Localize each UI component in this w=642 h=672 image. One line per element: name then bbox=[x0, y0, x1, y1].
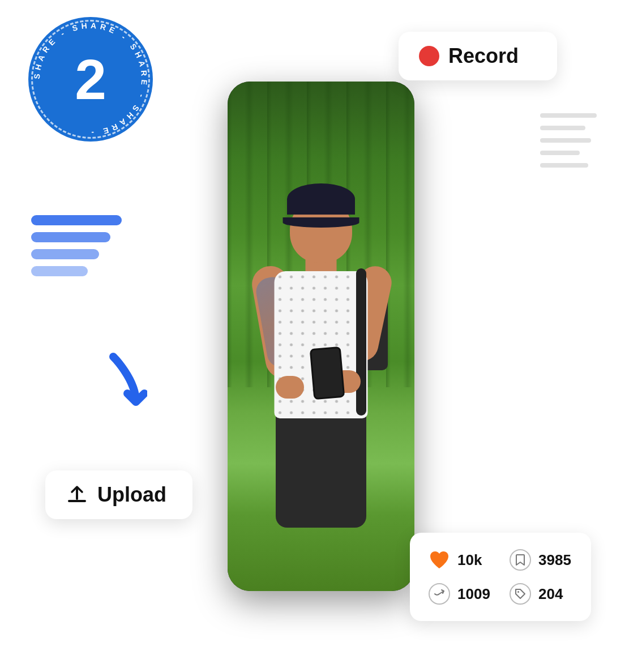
scene: SHARE - SHARE - SHARE - SHARE - 2 bbox=[0, 0, 642, 672]
record-dot bbox=[419, 46, 439, 66]
right-line-2 bbox=[540, 126, 585, 130]
phone-frame bbox=[228, 82, 414, 591]
upload-card[interactable]: Upload bbox=[45, 470, 192, 519]
blue-bars bbox=[31, 215, 122, 283]
bookmark-icon bbox=[509, 549, 532, 571]
upload-icon bbox=[66, 483, 88, 506]
svg-point-5 bbox=[517, 591, 519, 593]
share-small-icon bbox=[428, 583, 451, 605]
blue-bar-2 bbox=[31, 232, 110, 242]
blue-bar-1 bbox=[31, 215, 122, 225]
tags-value: 204 bbox=[538, 585, 563, 603]
stat-shares: 1009 bbox=[428, 583, 492, 605]
stat-likes: 10k bbox=[428, 549, 492, 571]
shares-value: 1009 bbox=[457, 585, 490, 603]
svg-rect-4 bbox=[76, 487, 78, 500]
likes-value: 10k bbox=[457, 551, 482, 569]
share-number: 2 bbox=[75, 51, 106, 108]
blue-bar-4 bbox=[31, 266, 88, 276]
blue-bar-3 bbox=[31, 249, 99, 259]
right-line-4 bbox=[540, 151, 580, 155]
right-decorative-lines bbox=[540, 113, 597, 176]
share-badge: SHARE - SHARE - SHARE - SHARE - 2 bbox=[28, 17, 153, 142]
right-line-1 bbox=[540, 113, 597, 118]
person-figure bbox=[242, 149, 400, 591]
phone-image bbox=[228, 82, 414, 591]
right-line-3 bbox=[540, 138, 591, 143]
blue-arrow bbox=[102, 351, 147, 421]
stat-bookmarks: 3985 bbox=[509, 549, 573, 571]
record-label: Record bbox=[448, 44, 519, 68]
upload-label: Upload bbox=[97, 483, 166, 507]
person-container bbox=[242, 149, 400, 591]
stats-card: 10k 3985 bbox=[410, 533, 591, 621]
right-line-5 bbox=[540, 163, 588, 168]
bookmarks-value: 3985 bbox=[538, 551, 571, 569]
svg-rect-3 bbox=[68, 500, 86, 502]
stat-tags: 204 bbox=[509, 583, 573, 605]
record-card[interactable]: Record bbox=[399, 32, 557, 80]
heart-icon bbox=[428, 549, 451, 571]
tag-icon bbox=[509, 583, 532, 605]
stats-grid: 10k 3985 bbox=[428, 549, 573, 605]
